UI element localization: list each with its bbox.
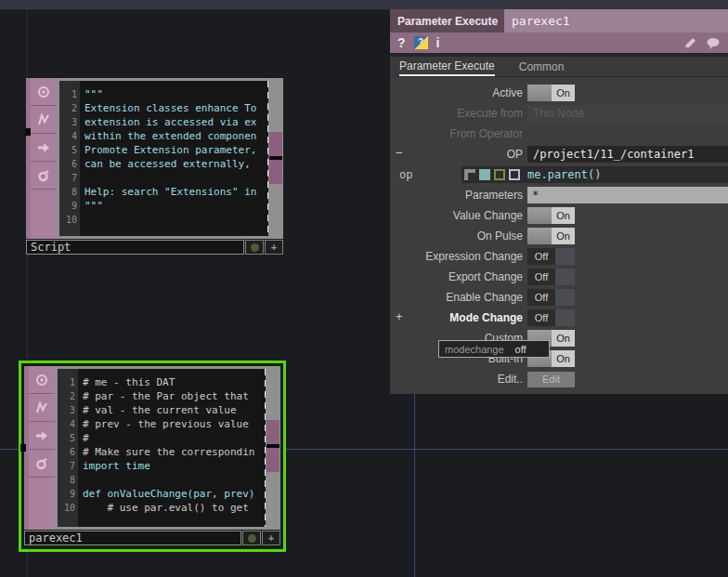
menu-field-execute-from[interactable]: This Node [527,105,728,122]
info-icon[interactable]: i [436,36,440,49]
circle-icon [37,85,50,98]
dialog-title: Parameter Execute [390,9,504,33]
node-expand-cell[interactable]: + [262,531,280,545]
output-connector[interactable] [266,448,280,472]
toggle-enable-change[interactable]: Off [527,289,575,306]
code-line: # prev - the previous value [83,417,266,431]
node-expand-cell[interactable]: + [265,240,283,255]
param-label-from-operator: From Operator [390,127,527,140]
help-icon[interactable]: ? [397,36,406,49]
code-line: """ [84,199,268,213]
toggle-export-change[interactable]: Off [527,269,575,285]
param-row-expression-change: Expression ChangeOff [390,246,728,267]
input-connector[interactable] [20,444,26,452]
export-flag[interactable] [31,134,57,162]
input-field-parameters[interactable]: * [527,187,728,203]
text-field-op[interactable]: /project1/11_/container1 [527,146,728,163]
expand-icon[interactable]: + [396,310,403,322]
line-number: 3 [58,403,75,417]
expression-field[interactable]: me.parent() [462,166,728,183]
line-number: 10 [59,213,77,227]
comment-bubble-icon[interactable] [706,37,721,49]
code-line: Extension classes enhance To [84,101,268,115]
param-row-enable-change: Enable ChangeOff [390,287,728,308]
mode-expression-icon[interactable] [479,169,490,180]
toggle-active[interactable]: On [527,85,575,101]
parameter-dialog: Parameter Execute parexec1 ? ? i Paramet… [390,9,728,394]
export-flag[interactable] [29,422,55,450]
output-connector[interactable] [266,420,280,444]
param-label-parameters: Parameters [390,189,527,202]
lightning-icon [35,401,48,414]
toggle-state-label: Off [527,248,555,265]
output-connector[interactable] [269,160,282,184]
input-connector[interactable] [25,128,31,136]
toggle-expression-change[interactable]: Off [527,248,575,265]
param-row-value-change: Value ChangeOn [390,205,728,226]
toggle-slider [555,269,575,285]
code-line [84,171,268,185]
code-line [84,213,268,227]
node-name-field[interactable]: parexec1 [504,9,728,33]
param-label-on-pulse: On Pulse [390,229,527,243]
code-line: # use par.eval() to get [83,501,266,515]
line-numbers: 12345678910 [58,369,78,527]
node-input-strip [24,366,29,530]
param-row-op: −OP/project1/11_/container1 [390,144,728,164]
node-name-label[interactable]: Script [26,240,244,255]
node-color-cell[interactable] [242,531,261,545]
mode-export-icon[interactable] [494,169,505,180]
tab-common[interactable]: Common [519,57,565,76]
python-help-icon[interactable]: ? [414,36,428,49]
dat-node-parexec1[interactable]: 12345678910 # me - this DAT# par - the P… [24,366,280,546]
dat-text-viewer[interactable]: 12345678910 # me - this DAT# par - the P… [55,366,280,530]
tab-parameter-execute[interactable]: Parameter Execute [399,57,495,76]
button-edit[interactable]: Edit [527,372,575,387]
toggle-state-label: Off [527,289,555,306]
param-row-mode-change: +Mode ChangeOff [390,308,728,328]
arrow-icon [37,141,50,154]
droplet-icon [37,169,50,182]
param-label-op: op [399,168,412,181]
line-number: 7 [58,459,75,473]
node-input-strip [26,78,31,239]
code-line: def onValueChange(par, prev) [83,487,266,501]
param-label-active: Active [390,86,527,99]
droplet-icon [35,457,48,470]
toggle-state-label: Off [527,309,555,326]
dat-text-viewer[interactable]: 12345678910 """Extension classes enhance… [57,78,283,239]
code-line: Help: search "Extensions" in [84,185,268,199]
line-number: 5 [59,143,77,157]
cook-flag[interactable] [31,106,57,134]
mode-bind-icon[interactable] [509,169,520,180]
param-label-enable-change: Enable Change [390,291,527,304]
mode-constant-icon[interactable] [464,169,475,180]
code-text: """Extension classes enhance Toextension… [80,81,268,236]
tooltip-param-value: off [515,344,526,355]
pencil-icon[interactable] [683,36,697,49]
cook-flag[interactable] [29,394,55,422]
collapse-icon[interactable]: − [396,147,403,159]
code-line: # val - the current value [83,403,266,417]
viewer-flag[interactable] [31,78,57,106]
plus-icon: + [271,243,277,253]
text-clip-edge [267,81,268,236]
line-number: 1 [58,375,75,389]
line-number: 4 [58,417,75,431]
node-name-label[interactable]: parexec1 [24,531,241,545]
toggle-state-label: On [552,350,575,367]
toggle-slider [555,309,575,326]
language-flag[interactable] [29,450,55,478]
param-row-export-change: Export ChangeOff [390,267,728,287]
toggle-on-pulse[interactable]: On [527,228,575,244]
circle-icon [35,374,48,387]
output-connector[interactable] [269,132,282,156]
param-label-op: OP [390,148,527,161]
language-flag[interactable] [31,162,57,190]
toggle-mode-change[interactable]: Off [527,309,575,326]
dat-node-script[interactable]: 12345678910 """Extension classes enhance… [26,78,283,255]
toggle-value-change[interactable]: On [527,207,575,224]
line-number: 1 [59,87,77,101]
viewer-flag[interactable] [29,366,55,394]
node-color-cell[interactable] [245,240,264,255]
